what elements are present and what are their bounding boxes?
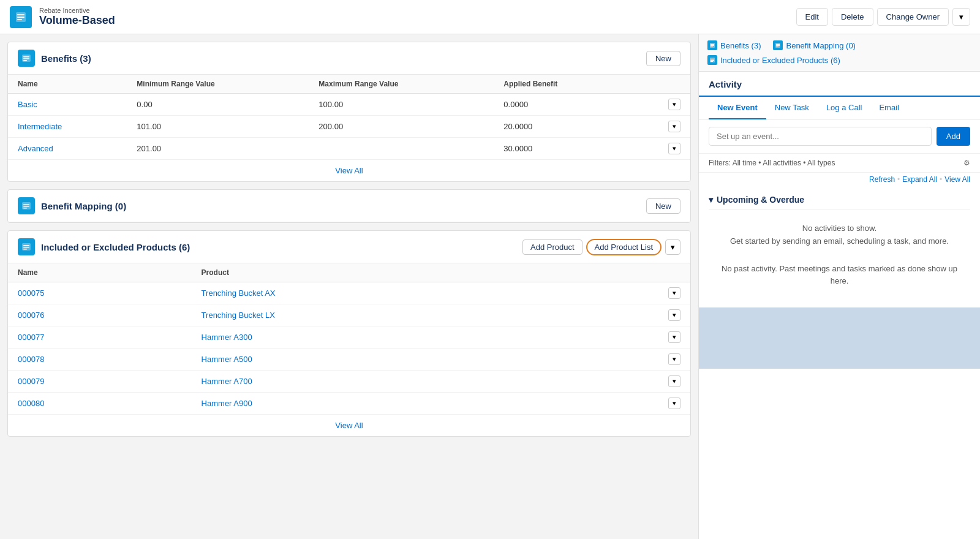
benefit-mapping-title: Benefit Mapping (0) <box>41 201 126 211</box>
product-name-link[interactable]: 000076 <box>18 311 44 320</box>
tab-log-call[interactable]: Log a Call <box>818 97 871 119</box>
product-name-link[interactable]: 000080 <box>18 399 44 408</box>
benefits-col-min: Minimum Range Value <box>127 75 309 94</box>
activity-header: Activity <box>699 72 980 97</box>
product-name-link[interactable]: 000078 <box>18 355 44 364</box>
quick-link-included-icon <box>707 55 717 65</box>
quick-link-benefit-mapping[interactable]: Benefit Mapping (0) <box>773 40 855 50</box>
benefits-row-dropdown[interactable]: ▾ <box>668 99 680 110</box>
right-panel-background <box>699 307 980 369</box>
products-row-dropdown[interactable]: ▾ <box>668 287 680 299</box>
benefits-row-dropdown[interactable]: ▾ <box>668 143 680 154</box>
no-past-message: No past activity. Past meetings and task… <box>709 253 970 298</box>
svg-rect-11 <box>23 208 27 209</box>
svg-rect-27 <box>710 61 713 62</box>
activity-add-button[interactable]: Add <box>937 127 970 146</box>
product-product-link[interactable]: Trenching Bucket AX <box>202 288 276 298</box>
tab-new-event[interactable]: New Event <box>709 97 766 119</box>
view-all-link[interactable]: View All <box>944 175 970 184</box>
benefits-name-link[interactable]: Intermediate <box>18 122 62 131</box>
no-past-line2: here. <box>709 275 970 288</box>
quick-link-included-label: Included or Excluded Products (6) <box>720 56 840 65</box>
products-row-dropdown[interactable]: ▾ <box>668 398 680 409</box>
filters-actions-row: Refresh • Expand All • View All <box>699 173 980 187</box>
product-product-link[interactable]: Hammer A500 <box>202 355 252 364</box>
quick-link-included-products[interactable]: Included or Excluded Products (6) <box>707 55 840 65</box>
header-titles: Rebate Incentive Volume-Based <box>39 7 115 27</box>
header-dropdown-button[interactable]: ▾ <box>952 8 970 26</box>
quick-link-benefits[interactable]: Benefits (3) <box>707 40 761 50</box>
expand-all-link[interactable]: Expand All <box>902 175 937 184</box>
benefits-row-dropdown[interactable]: ▾ <box>668 121 680 132</box>
benefits-new-button[interactable]: New <box>646 51 680 66</box>
included-products-dropdown-button[interactable]: ▾ <box>665 239 680 255</box>
benefits-col-name: Name <box>8 75 127 94</box>
product-product-link[interactable]: Trenching Bucket LX <box>202 311 275 320</box>
product-product-link[interactable]: Hammer A900 <box>202 399 252 408</box>
upcoming-header[interactable]: ▾ Upcoming & Overdue <box>709 187 970 210</box>
table-row: 000076 Trenching Bucket LX ▾ <box>8 304 690 326</box>
products-view-all-row: View All <box>8 414 690 436</box>
products-row-action: ▾ <box>564 371 690 393</box>
products-row-name: 000078 <box>8 349 192 371</box>
svg-rect-7 <box>23 60 27 61</box>
products-row-dropdown[interactable]: ▾ <box>668 375 680 387</box>
product-name-link[interactable]: 000077 <box>18 333 44 342</box>
delete-button[interactable]: Delete <box>832 8 873 26</box>
benefits-row-min: 101.00 <box>127 116 309 138</box>
products-col-action <box>564 263 690 282</box>
benefits-row-name: Basic <box>8 94 127 116</box>
tab-new-task[interactable]: New Task <box>766 97 818 119</box>
product-product-link[interactable]: Hammer A300 <box>202 333 252 342</box>
svg-rect-18 <box>710 45 714 46</box>
product-name-link[interactable]: 000075 <box>18 288 44 298</box>
svg-rect-25 <box>710 59 714 59</box>
header-icon <box>10 6 32 28</box>
product-name-link[interactable]: 000079 <box>18 377 44 386</box>
upcoming-title: Upcoming & Overdue <box>717 195 804 205</box>
product-product-link[interactable]: Hammer A700 <box>202 377 252 386</box>
products-view-all-link[interactable]: View All <box>335 421 363 430</box>
gear-icon[interactable]: ⚙ <box>963 159 970 167</box>
chevron-down-icon: ▾ <box>709 195 713 205</box>
no-activity-message: No activities to show. Get started by se… <box>709 210 970 253</box>
benefits-view-all-link[interactable]: View All <box>335 166 363 175</box>
benefits-name-link[interactable]: Advanced <box>18 144 53 153</box>
products-row-action: ▾ <box>564 304 690 326</box>
benefits-icon <box>18 50 35 67</box>
benefit-mapping-section: Benefit Mapping (0) New <box>7 189 691 223</box>
included-products-icon <box>18 238 35 255</box>
svg-rect-23 <box>776 47 778 47</box>
benefit-mapping-new-button[interactable]: New <box>646 198 680 214</box>
svg-rect-21 <box>776 44 780 45</box>
products-row-product: Hammer A300 <box>192 326 564 349</box>
products-row-action: ▾ <box>564 349 690 371</box>
add-product-list-button[interactable]: Add Product List <box>586 239 662 255</box>
products-row-dropdown[interactable]: ▾ <box>668 331 680 343</box>
change-owner-button[interactable]: Change Owner <box>877 8 949 26</box>
benefits-name-link[interactable]: Basic <box>18 100 37 109</box>
products-row-action: ▾ <box>564 326 690 349</box>
activity-input[interactable] <box>709 127 932 146</box>
refresh-link[interactable]: Refresh <box>869 175 895 184</box>
products-row-product: Trenching Bucket AX <box>192 282 564 304</box>
svg-rect-9 <box>23 204 29 205</box>
layout: Benefits (3) New Name Minimum Range Valu… <box>0 34 980 539</box>
edit-button[interactable]: Edit <box>796 8 828 26</box>
benefit-mapping-header: Benefit Mapping (0) New <box>8 190 690 222</box>
products-row-dropdown[interactable]: ▾ <box>668 309 680 321</box>
table-row: Basic 0.00 100.00 0.0000 ▾ <box>8 94 690 116</box>
products-row-dropdown[interactable]: ▾ <box>668 353 680 365</box>
filters-actions: Refresh • Expand All • View All <box>869 175 970 184</box>
add-product-button[interactable]: Add Product <box>522 239 582 255</box>
tab-email[interactable]: Email <box>870 97 908 119</box>
products-row-product: Hammer A700 <box>192 371 564 393</box>
products-row-product: Hammer A900 <box>192 393 564 415</box>
svg-rect-26 <box>710 60 714 61</box>
benefits-title: Benefits (3) <box>41 53 91 64</box>
benefits-row-benefit: 20.0000 <box>494 116 631 138</box>
benefits-col-max: Maximum Range Value <box>309 75 494 94</box>
benefits-row-benefit: 0.0000 <box>494 94 631 116</box>
benefits-row-min: 201.00 <box>127 138 309 160</box>
products-col-name: Name <box>8 263 192 282</box>
